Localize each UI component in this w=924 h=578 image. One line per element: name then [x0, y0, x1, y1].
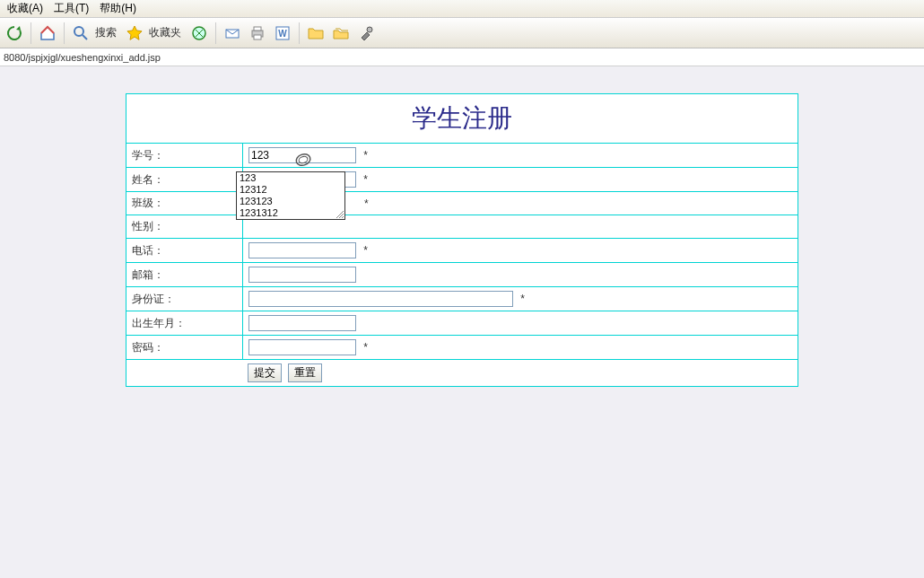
menu-favorites[interactable]: 收藏(A) [7, 1, 43, 16]
menu-tools[interactable]: 工具(T) [54, 1, 89, 16]
label-phone: 电话： [126, 239, 243, 263]
reset-button[interactable]: 重置 [288, 363, 322, 382]
svg-rect-4 [254, 27, 261, 31]
input-id-card[interactable] [248, 291, 513, 307]
address-bar[interactable]: 8080/jspjxjgl/xueshengxinxi_add.jsp [0, 48, 924, 66]
svg-point-8 [367, 27, 372, 32]
content-area: 学生注册 学号： * 姓名： * 班级： * 性别： 电话 [0, 66, 924, 387]
mail-icon[interactable] [222, 22, 243, 44]
label-email: 邮箱： [126, 263, 243, 287]
toolbar: 搜索 收藏夹 W [0, 18, 924, 48]
print-icon[interactable] [247, 22, 268, 44]
word-icon[interactable]: W [272, 22, 293, 44]
search-label: 搜索 [95, 25, 117, 40]
autocomplete-item[interactable]: 12312 [237, 184, 344, 196]
folder-stack-icon[interactable] [330, 22, 352, 44]
required-mark: * [363, 341, 368, 354]
required-mark: * [363, 173, 368, 186]
label-class: 班级： [126, 192, 243, 215]
svg-text:W: W [278, 29, 287, 39]
history-icon[interactable] [188, 22, 210, 44]
autocomplete-item[interactable]: 123123 [237, 196, 344, 207]
label-name: 姓名： [126, 168, 243, 192]
autocomplete-item[interactable]: 123 [237, 172, 344, 184]
favorites-label: 收藏夹 [149, 25, 181, 40]
registration-form: 学生注册 学号： * 姓名： * 班级： * 性别： 电话 [126, 93, 798, 387]
resize-grip-icon[interactable] [334, 208, 344, 219]
label-student-id: 学号： [126, 144, 243, 168]
home-icon[interactable] [37, 22, 58, 44]
input-password[interactable] [248, 339, 356, 355]
refresh-icon[interactable] [4, 22, 25, 44]
autocomplete-dropdown[interactable]: 123 12312 123123 1231312 [236, 171, 345, 220]
input-student-id[interactable] [248, 147, 356, 163]
favorites-star-icon[interactable] [124, 22, 145, 44]
input-phone[interactable] [248, 242, 356, 258]
menubar: 收藏(A) 工具(T) 帮助(H) [0, 0, 924, 18]
label-birth: 出生年月： [126, 311, 243, 336]
menu-help[interactable]: 帮助(H) [100, 1, 136, 16]
input-email[interactable] [248, 267, 356, 283]
input-birth[interactable] [248, 315, 356, 331]
search-icon[interactable] [70, 22, 92, 44]
form-title: 学生注册 [126, 94, 798, 144]
required-mark: * [363, 149, 368, 162]
svg-point-0 [74, 27, 83, 36]
required-mark: * [364, 197, 369, 210]
label-password: 密码： [126, 336, 243, 360]
submit-button[interactable]: 提交 [248, 363, 282, 382]
required-mark: * [363, 244, 368, 257]
tools-icon[interactable] [355, 22, 377, 44]
svg-rect-5 [254, 35, 261, 39]
label-id-card: 身份证： [126, 287, 243, 311]
label-gender: 性别： [126, 215, 243, 239]
folder-icon[interactable] [305, 22, 327, 44]
required-mark: * [520, 293, 525, 305]
address-text: 8080/jspjxjgl/xueshengxinxi_add.jsp [4, 52, 161, 63]
autocomplete-item[interactable]: 1231312 [237, 207, 344, 219]
